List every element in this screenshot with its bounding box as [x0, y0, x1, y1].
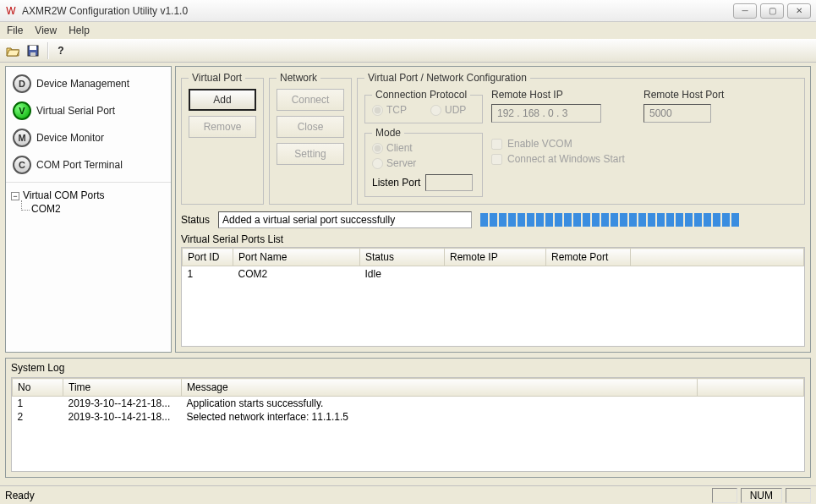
- add-button[interactable]: Add: [189, 89, 256, 111]
- app-icon: W: [5, 5, 17, 17]
- log-col-no[interactable]: No: [13, 379, 63, 397]
- virtual-serial-port-icon: V: [13, 101, 31, 120]
- toolbar: ?: [0, 39, 816, 63]
- connection-protocol-legend: Connection Protocol: [372, 89, 470, 101]
- system-log-panel: System Log No Time Message 1 2019-3-10--…: [5, 358, 811, 478]
- status-cell-empty: [712, 488, 737, 503]
- col-remote-ip[interactable]: Remote IP: [445, 249, 546, 266]
- status-ready: Ready: [5, 490, 35, 501]
- sidebar-item-device-monitor[interactable]: M Device Monitor: [6, 124, 171, 151]
- menu-view[interactable]: View: [35, 25, 57, 36]
- sidebar-item-label: Device Management: [36, 78, 129, 90]
- tree-item-com2[interactable]: COM2: [31, 203, 166, 215]
- help-icon[interactable]: ?: [52, 41, 70, 60]
- com-port-terminal-icon: C: [13, 156, 31, 174]
- log-col-message[interactable]: Message: [182, 379, 698, 397]
- table-row[interactable]: 1 COM2 Idle: [183, 266, 804, 282]
- save-icon[interactable]: [24, 41, 42, 60]
- network-legend: Network: [277, 72, 320, 84]
- network-group: Network Connect Close Setting: [269, 72, 352, 205]
- mode-group: Mode Client Server Listen Port: [364, 127, 483, 197]
- col-port-name[interactable]: Port Name: [233, 249, 360, 266]
- status-text: Added a virtual serial port successfully: [218, 211, 472, 228]
- connect-at-start-checkbox[interactable]: Connect at Windows Start: [491, 153, 635, 165]
- sidebar-item-label: COM Port Terminal: [36, 159, 123, 171]
- enable-vcom-checkbox[interactable]: Enable VCOM: [491, 138, 635, 150]
- col-status[interactable]: Status: [360, 249, 445, 266]
- virtual-port-group: Virtual Port Add Remove: [181, 72, 264, 205]
- device-management-icon: D: [13, 74, 31, 93]
- setting-button[interactable]: Setting: [277, 143, 344, 165]
- title-bar: W AXMR2W Configuration Utility v1.1.0 ─ …: [0, 0, 816, 22]
- sidebar-item-virtual-serial-port[interactable]: V Virtual Serial Port: [6, 97, 171, 124]
- menu-file[interactable]: File: [7, 25, 23, 36]
- sidebar-item-device-management[interactable]: D Device Management: [6, 70, 171, 97]
- mode-legend: Mode: [372, 127, 404, 139]
- remote-host-port-input[interactable]: 5000: [643, 104, 711, 123]
- col-port-id[interactable]: Port ID: [183, 249, 233, 266]
- remove-button[interactable]: Remove: [189, 116, 256, 138]
- connect-button[interactable]: Connect: [277, 89, 344, 111]
- minimize-button[interactable]: ─: [733, 3, 757, 19]
- status-cell-empty2: [786, 488, 811, 503]
- menu-help[interactable]: Help: [68, 25, 90, 36]
- sidebar-item-com-port-terminal[interactable]: C COM Port Terminal: [6, 151, 171, 178]
- virtual-port-legend: Virtual Port: [189, 72, 245, 84]
- client-radio[interactable]: Client: [372, 142, 413, 154]
- window-title: AXMR2W Configuration Utility v1.1.0: [22, 5, 733, 17]
- udp-radio[interactable]: UDP: [430, 104, 466, 116]
- com-ports-tree: −Virtual COM Ports COM2: [6, 183, 171, 352]
- col-spacer: [631, 249, 804, 266]
- log-row[interactable]: 1 2019-3-10--14-21-18... Application sta…: [13, 397, 804, 411]
- remote-host-ip-input[interactable]: 192 . 168 . 0 . 3: [491, 104, 601, 123]
- connection-protocol-group: Connection Protocol TCP UDP: [364, 89, 483, 123]
- tree-root[interactable]: −Virtual COM Ports: [11, 189, 166, 201]
- svg-rect-1: [30, 46, 36, 50]
- vsp-table: Port ID Port Name Status Remote IP Remot…: [181, 247, 805, 347]
- vp-network-config-legend: Virtual Port / Network Configuration: [364, 72, 530, 84]
- listen-port-input[interactable]: [425, 174, 473, 191]
- sidebar-item-label: Virtual Serial Port: [36, 105, 115, 117]
- listen-port-label: Listen Port: [372, 177, 420, 189]
- close-button[interactable]: ✕: [787, 3, 811, 19]
- remote-host-ip-label: Remote Host IP: [491, 89, 635, 101]
- svg-rect-2: [30, 52, 36, 56]
- status-label: Status: [181, 214, 210, 226]
- sidebar: D Device Management V Virtual Serial Por…: [5, 66, 172, 353]
- system-log-title: System Log: [11, 360, 805, 377]
- log-col-time[interactable]: Time: [63, 379, 182, 397]
- log-col-spacer: [698, 379, 804, 397]
- tree-collapse-icon[interactable]: −: [11, 192, 19, 200]
- status-numlock: NUM: [741, 488, 782, 503]
- status-bar: Ready NUM: [0, 485, 816, 504]
- log-row[interactable]: 2 2019-3-10--14-21-18... Selected networ…: [13, 410, 804, 424]
- server-radio[interactable]: Server: [372, 157, 416, 169]
- tree-root-label: Virtual COM Ports: [23, 189, 104, 201]
- device-monitor-icon: M: [13, 129, 31, 147]
- progress-bar: [480, 212, 805, 227]
- system-log-table: No Time Message 1 2019-3-10--14-21-18...…: [12, 378, 804, 424]
- maximize-button[interactable]: ▢: [760, 3, 784, 19]
- tcp-radio[interactable]: TCP: [372, 104, 407, 116]
- vp-network-config-group: Virtual Port / Network Configuration Con…: [357, 72, 805, 205]
- config-panel: Virtual Port Add Remove Network Connect …: [175, 66, 811, 353]
- vsp-list-label: Virtual Serial Ports List: [181, 233, 805, 245]
- close-network-button[interactable]: Close: [277, 116, 344, 138]
- sidebar-item-label: Device Monitor: [36, 132, 104, 144]
- col-remote-port[interactable]: Remote Port: [546, 249, 631, 266]
- remote-host-port-label: Remote Host Port: [643, 89, 724, 101]
- open-icon[interactable]: [3, 41, 22, 60]
- menu-bar: File View Help: [0, 22, 816, 39]
